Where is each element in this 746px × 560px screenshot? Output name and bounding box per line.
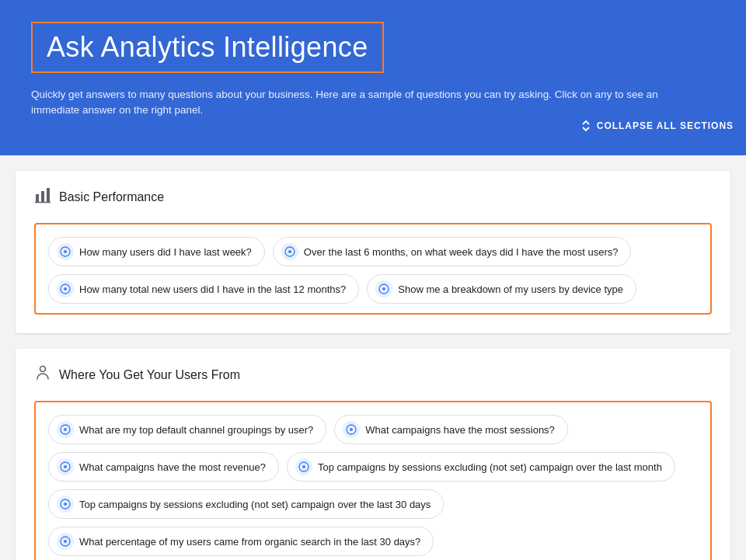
svg-point-60 bbox=[64, 540, 67, 543]
analytics-intelligence-icon bbox=[57, 243, 74, 260]
question-pill[interactable]: Show me a breakdown of my users by devic… bbox=[367, 274, 636, 304]
question-pill[interactable]: How many users did I have last week? bbox=[48, 237, 265, 266]
users-from-title: Where You Get Your Users From bbox=[59, 368, 240, 382]
page-title: Ask Analytics Intelligence bbox=[47, 31, 368, 64]
question-text: Show me a breakdown of my users by devic… bbox=[398, 283, 623, 295]
svg-point-42 bbox=[64, 465, 67, 468]
question-pill[interactable]: What percentage of my users came from or… bbox=[48, 527, 434, 556]
users-from-icon bbox=[34, 364, 51, 385]
svg-point-36 bbox=[350, 428, 353, 431]
basic-performance-questions: How many users did I have last week? Ove… bbox=[34, 223, 712, 315]
question-pill[interactable]: What are my top default channel grouping… bbox=[48, 415, 326, 444]
users-from-questions: What are my top default channel grouping… bbox=[34, 401, 712, 560]
collapse-all-button[interactable]: COLLAPSE ALL SECTIONS bbox=[567, 113, 746, 138]
analytics-intelligence-icon bbox=[343, 421, 360, 438]
svg-point-30 bbox=[64, 428, 67, 431]
svg-point-54 bbox=[64, 503, 67, 506]
question-text: Over the last 6 months, on what week day… bbox=[304, 246, 619, 258]
svg-point-17 bbox=[64, 287, 67, 290]
question-text: How many users did I have last week? bbox=[79, 246, 252, 258]
question-text: What campaigns have the most revenue? bbox=[79, 461, 266, 473]
question-text: What are my top default channel grouping… bbox=[79, 424, 313, 436]
svg-rect-2 bbox=[47, 188, 50, 202]
hero-section: Ask Analytics Intelligence Quickly get a… bbox=[0, 0, 746, 155]
analytics-intelligence-icon bbox=[57, 280, 74, 297]
question-pill[interactable]: What campaigns have the most sessions? bbox=[334, 415, 568, 444]
question-pill[interactable]: Top campaigns by sessions excluding (not… bbox=[48, 489, 444, 519]
collapse-all-label: COLLAPSE ALL SECTIONS bbox=[597, 120, 734, 131]
basic-performance-section: Basic Performance How many users did I h… bbox=[16, 171, 730, 333]
svg-point-5 bbox=[64, 250, 67, 253]
basic-performance-title: Basic Performance bbox=[59, 190, 164, 204]
svg-point-23 bbox=[382, 287, 385, 290]
analytics-intelligence-icon bbox=[57, 533, 74, 550]
question-text: Top campaigns by sessions excluding (not… bbox=[318, 461, 662, 473]
svg-rect-0 bbox=[36, 194, 39, 202]
analytics-intelligence-icon bbox=[57, 496, 74, 513]
question-pill[interactable]: What campaigns have the most revenue? bbox=[48, 452, 279, 482]
collapse-arrows-icon bbox=[580, 120, 592, 132]
hero-title-box: Ask Analytics Intelligence bbox=[31, 22, 384, 73]
analytics-intelligence-icon bbox=[375, 280, 392, 297]
analytics-intelligence-icon bbox=[295, 458, 312, 475]
question-text: What percentage of my users came from or… bbox=[79, 536, 420, 548]
svg-point-11 bbox=[288, 250, 291, 253]
svg-point-48 bbox=[302, 465, 305, 468]
svg-point-28 bbox=[40, 367, 46, 372]
users-from-section: Where You Get Your Users From What are m… bbox=[16, 349, 730, 560]
main-content: Basic Performance How many users did I h… bbox=[0, 171, 746, 560]
question-text: What campaigns have the most sessions? bbox=[365, 424, 555, 436]
question-text: How many total new users did I have in t… bbox=[79, 283, 346, 295]
analytics-intelligence-icon bbox=[57, 421, 74, 438]
basic-performance-header: Basic Performance bbox=[34, 186, 712, 207]
analytics-intelligence-icon bbox=[281, 243, 298, 260]
question-pill[interactable]: Top campaigns by sessions excluding (not… bbox=[287, 452, 675, 482]
users-from-header: Where You Get Your Users From bbox=[34, 364, 712, 385]
question-text: Top campaigns by sessions excluding (not… bbox=[79, 499, 431, 510]
svg-rect-1 bbox=[41, 191, 44, 202]
question-pill[interactable]: Over the last 6 months, on what week day… bbox=[273, 237, 632, 266]
question-pill[interactable]: How many total new users did I have in t… bbox=[48, 274, 359, 304]
analytics-intelligence-icon bbox=[57, 458, 74, 475]
bar-chart-icon bbox=[34, 186, 51, 207]
